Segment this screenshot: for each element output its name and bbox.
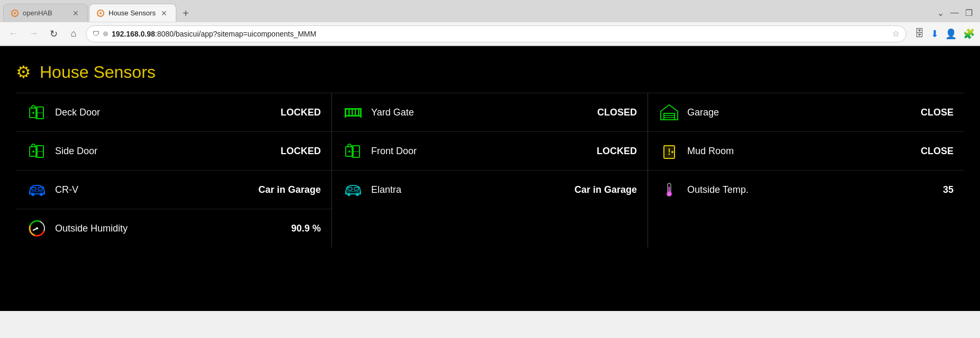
svg-rect-28 (352, 108, 353, 117)
window-minimize[interactable]: — (950, 8, 959, 17)
download-icon[interactable]: ⬇ (931, 28, 939, 40)
sensor-row-elantra: Elantra Car in Garage (332, 171, 648, 209)
window-controls: ⌄ — ❐ (937, 8, 977, 18)
outside-humidity-value: 90.9 % (291, 223, 321, 234)
outside-temp-value: 35 (943, 184, 954, 195)
garage-label: Garage (687, 107, 913, 118)
page-content: ⚙ House Sensors Deck (0, 46, 980, 311)
tab-house-sensors[interactable]: House Sensors ✕ (89, 4, 176, 22)
sensor-column-1: Deck Door LOCKED Side Door LOCKED (16, 93, 332, 247)
svg-point-5 (32, 112, 34, 114)
tab-openhab-title: openHAB (23, 9, 67, 17)
tab-house-sensors-title: House Sensors (109, 9, 156, 17)
svg-rect-41 (664, 113, 675, 120)
svg-point-13 (31, 193, 34, 196)
page-header: ⚙ House Sensors (16, 57, 964, 93)
address-path: :8080/basicui/app?sitemap=uicomponents_M… (155, 30, 317, 38)
bookmark-button[interactable]: ☆ (892, 29, 900, 39)
tab-strip: openHAB ✕ House Sensors ✕ + (3, 4, 937, 22)
address-text: 192.168.0.98:8080/basicui/app?sitemap=ui… (112, 30, 889, 38)
garage-value: CLOSE (921, 107, 954, 118)
tab-house-sensors-close[interactable]: ✕ (160, 8, 168, 18)
sensor-row-outside-temp: Outside Temp. 35 (648, 171, 964, 209)
mud-room-value: CLOSE (921, 146, 954, 157)
sensor-row-garage: Garage CLOSE (648, 93, 964, 132)
profile-icon[interactable]: 👤 (945, 28, 957, 40)
sensor-column-3: Garage CLOSE Mud Room CLOSE (648, 93, 964, 247)
tab-bar: openHAB ✕ House Sensors ✕ + ⌄ — ❐ (0, 0, 980, 22)
tracking-icon: ⊗ (103, 30, 109, 38)
outside-temp-label: Outside Temp. (687, 184, 936, 195)
svg-rect-30 (358, 108, 359, 117)
svg-point-1 (14, 12, 16, 14)
sensor-row-yard-gate: Yard Gate CLOSED (332, 93, 648, 132)
deck-door-icon (26, 103, 48, 122)
home-button[interactable]: ⌂ (66, 26, 82, 42)
security-shield-icon: 🛡 (93, 30, 100, 38)
svg-point-3 (100, 12, 102, 14)
pocket-icon[interactable]: 🗄 (915, 28, 924, 39)
tab-house-sensors-favicon (97, 10, 104, 17)
crv-icon (26, 180, 48, 199)
svg-point-52 (668, 192, 671, 196)
deck-door-label: Deck Door (55, 107, 273, 118)
side-door-value: LOCKED (281, 146, 321, 157)
address-host: 192.168.0.98 (112, 30, 155, 38)
outside-humidity-label: Outside Humidity (55, 223, 284, 234)
crv-label: CR-V (55, 184, 251, 195)
elantra-value: Car in Garage (574, 184, 637, 195)
svg-rect-15 (32, 188, 36, 190)
svg-rect-16 (38, 188, 42, 190)
thermometer-icon (659, 180, 680, 199)
new-tab-button[interactable]: + (177, 5, 194, 22)
sensor-row-mud-room: Mud Room CLOSE (648, 132, 964, 171)
browser-chrome: openHAB ✕ House Sensors ✕ + ⌄ — ❐ (0, 0, 980, 46)
elantra-label: Elantra (371, 184, 567, 195)
mud-room-label: Mud Room (687, 146, 913, 157)
reload-button[interactable]: ↻ (46, 26, 61, 42)
front-door-value: LOCKED (597, 146, 637, 157)
elantra-icon (343, 180, 364, 199)
address-bar[interactable]: 🛡 ⊗ 192.168.0.98:8080/basicui/app?sitema… (86, 25, 906, 42)
svg-point-9 (32, 150, 34, 153)
svg-rect-39 (354, 188, 358, 190)
svg-rect-27 (348, 108, 350, 117)
svg-point-36 (347, 193, 350, 196)
page-title: House Sensors (40, 63, 156, 82)
svg-point-37 (356, 193, 359, 196)
side-door-label: Side Door (55, 146, 273, 157)
back-button[interactable]: ← (5, 26, 21, 42)
front-door-label: Front Door (371, 146, 589, 157)
sensor-row-crv: CR-V Car in Garage (16, 171, 331, 209)
yard-gate-value: CLOSED (597, 107, 637, 118)
window-restore[interactable]: ❐ (965, 8, 973, 18)
tab-openhab[interactable]: openHAB ✕ (3, 4, 88, 22)
sensor-row-side-door: Side Door LOCKED (16, 132, 331, 171)
svg-point-22 (36, 227, 38, 229)
window-dropdown[interactable]: ⌄ (937, 8, 944, 18)
svg-point-32 (348, 150, 350, 153)
extensions-icon[interactable]: 🧩 (963, 28, 975, 40)
humidity-icon (26, 219, 48, 238)
settings-gear-icon: ⚙ (16, 62, 31, 82)
address-bar-row: ← → ↻ ⌂ 🛡 ⊗ 192.168.0.98:8080/basicui/ap… (0, 22, 980, 46)
side-door-icon (26, 141, 48, 161)
svg-rect-38 (348, 188, 352, 190)
tab-openhab-favicon (11, 10, 19, 17)
svg-point-48 (669, 154, 670, 155)
tab-openhab-close[interactable]: ✕ (71, 8, 80, 18)
sensor-grid: Deck Door LOCKED Side Door LOCKED (16, 93, 964, 247)
yard-gate-icon (343, 103, 364, 122)
mud-room-icon (659, 141, 680, 161)
svg-point-14 (40, 193, 43, 196)
deck-door-value: LOCKED (281, 107, 321, 118)
svg-point-46 (671, 151, 673, 153)
yard-gate-label: Yard Gate (371, 107, 590, 118)
toolbar-icons: 🗄 ⬇ 👤 🧩 (915, 28, 975, 40)
sensor-row-front-door: Front Door LOCKED (332, 132, 648, 171)
sensor-row-deck-door: Deck Door LOCKED (16, 93, 331, 132)
front-door-icon (343, 141, 364, 161)
forward-button[interactable]: → (25, 26, 41, 42)
garage-icon (659, 103, 680, 122)
crv-value: Car in Garage (258, 184, 321, 195)
